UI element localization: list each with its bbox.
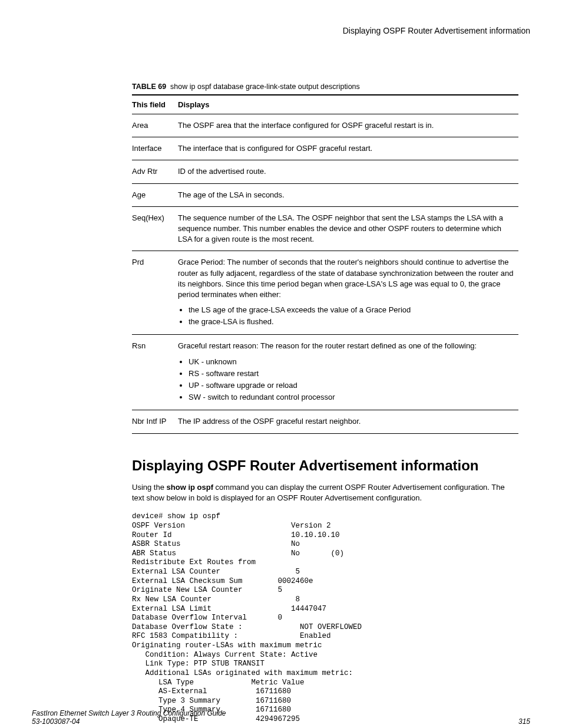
rsn-lead-text: Graceful restart reason: The reason for … [178,341,477,350]
command-name: show ip ospf [167,483,213,492]
field-name: Seq(Hex) [132,206,178,251]
table-row: Age The age of the LSA in seconds. [132,183,518,206]
table-row: Area The OSPF area that the interface co… [132,114,518,137]
field-name: Area [132,114,178,137]
output-descriptions-table: This field Displays Area The OSPF area t… [132,94,518,434]
table-row: Interface The interface that is configur… [132,137,518,160]
table-label: TABLE 69 [132,83,166,91]
list-item: SW - switch to redundant control process… [189,392,515,403]
page-footer: FastIron Ethernet Switch Layer 3 Routing… [32,709,530,726]
field-desc: Graceful restart reason: The reason for … [178,335,518,410]
table-row: Nbr Intf IP The IP address of the OSPF g… [132,410,518,433]
section-heading: Displaying OSPF Router Advertisement inf… [132,457,518,474]
list-item: UK - unknown [189,357,515,367]
list-item: the LS age of the grace-LSA exceeds the … [189,305,515,315]
field-desc: The interface that is configured for OSP… [178,137,518,160]
table-row: Prd Grace Period: The number of seconds … [132,251,518,335]
field-name: Interface [132,137,178,160]
table-caption-text: show ip ospf database grace-link-state o… [170,83,360,91]
field-name: Nbr Intf IP [132,410,178,433]
field-desc: The IP address of the OSPF graceful rest… [178,410,518,433]
field-name: Age [132,183,178,206]
list-item: UP - software upgrade or reload [189,380,515,391]
footer-book-title: FastIron Ethernet Switch Layer 3 Routing… [32,709,226,717]
list-item: RS - software restart [189,368,515,379]
field-desc: The age of the LSA in seconds. [178,183,518,206]
para-text-pre: Using the [132,483,167,492]
prd-lead-text: Grace Period: The number of seconds that… [178,258,513,299]
cli-output: device# show ip ospf OSPF Version Versio… [132,512,518,724]
list-item: the grace-LSA is flushed. [189,317,515,327]
prd-bullet-list: the LS age of the grace-LSA exceeds the … [178,305,515,327]
field-desc: The OSPF area that the interface configu… [178,114,518,137]
field-name: Rsn [132,335,178,410]
field-desc: Grace Period: The number of seconds that… [178,251,518,335]
col-header-field: This field [132,95,178,114]
footer-page-number: 315 [518,717,530,726]
footer-doc-number: 53-1003087-04 [32,717,226,726]
field-desc: ID of the advertised route. [178,160,518,183]
field-name: Adv Rtr [132,160,178,183]
section-paragraph: Using the show ip ospf command you can d… [132,482,518,505]
rsn-bullet-list: UK - unknown RS - software restart UP - … [178,357,515,403]
col-header-displays: Displays [178,95,518,114]
content-area: TABLE 69 show ip ospf database grace-lin… [132,83,518,724]
table-row: Seq(Hex) The sequence number of the LSA.… [132,206,518,251]
running-header: Displaying OSPF Router Advertisement inf… [32,26,530,35]
field-desc: The sequence number of the LSA. The OSPF… [178,206,518,251]
table-row: Adv Rtr ID of the advertised route. [132,160,518,183]
page: Displaying OSPF Router Advertisement inf… [0,0,562,728]
footer-left: FastIron Ethernet Switch Layer 3 Routing… [32,709,226,726]
field-name: Prd [132,251,178,335]
table-caption: TABLE 69 show ip ospf database grace-lin… [132,83,518,91]
table-row: Rsn Graceful restart reason: The reason … [132,335,518,410]
